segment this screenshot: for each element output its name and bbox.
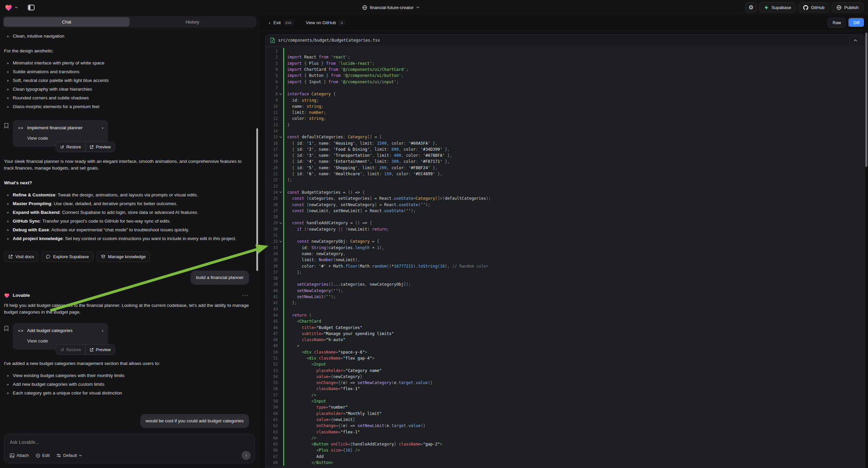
added-bullet-list: View existing budget categories with the… (4, 372, 249, 397)
code-line: 30 if (!newCategory || !newLimit) return… (266, 226, 865, 232)
line-number: 51 (266, 356, 278, 360)
code-gutter: 20 (266, 165, 283, 171)
edit-mode-button[interactable]: Edit (36, 453, 50, 458)
code-line: 14 (266, 128, 865, 134)
code-pane-scrollbar[interactable] (865, 33, 867, 167)
code-line: 12 color: string; (266, 116, 865, 121)
project-switcher[interactable]: financial-future-creator (362, 0, 420, 15)
manage-knowledge-button[interactable]: Manage knowledge (97, 252, 150, 262)
line-number: 57 (266, 393, 278, 398)
code-gutter: 9 (266, 97, 283, 103)
code-line: 50 <div className="space-y-6"> (266, 349, 865, 355)
line-number: 56 (266, 386, 278, 391)
line-number: 34 (266, 252, 278, 256)
file-header[interactable]: src/components/budget/BudgetCategories.t… (266, 35, 865, 46)
send-button[interactable]: ↑ (242, 451, 251, 460)
code-line-text: }; (283, 269, 865, 275)
lovable-logo-icon[interactable] (5, 4, 12, 11)
code-gutter: 53 (266, 367, 283, 373)
code-gutter: 27 (266, 208, 283, 214)
fold-chevron-icon[interactable] (278, 222, 283, 224)
code-line-text: setNewCategory(''); (283, 288, 865, 294)
publish-button[interactable]: Publish (832, 2, 863, 12)
line-number: 38 (266, 276, 278, 281)
message-options-button[interactable]: ··· (243, 292, 249, 299)
preview-button[interactable]: Preview (86, 142, 115, 152)
bookmark-icon[interactable] (4, 120, 9, 128)
code-line: 34 name: newCategory, (266, 251, 865, 257)
code-line: 48 className="h-auto" (266, 337, 865, 343)
publish-globe-icon (836, 5, 841, 10)
code-line-text (283, 128, 865, 134)
raw-toggle-button[interactable]: Raw (828, 18, 845, 28)
code-line: 29 const handleAddCategory = () => { (266, 220, 865, 226)
view-code-link[interactable]: View code (27, 338, 103, 345)
code-line: 45 <ChartCard (266, 318, 865, 324)
code-line: 3import { Plus } from 'lucide-react'; (266, 60, 865, 66)
restore-button-disabled[interactable]: ↺ Restore (56, 345, 85, 354)
attach-button[interactable]: Attach (10, 453, 29, 458)
collapse-file-button[interactable] (849, 36, 861, 45)
view-on-github-button[interactable]: View on GitHub G (306, 20, 345, 26)
code-gutter: 28 (266, 214, 283, 220)
tab-chat[interactable]: Chat (4, 17, 129, 27)
supabase-button[interactable]: Supabase (759, 2, 796, 12)
code-gutter: 47 (266, 331, 283, 337)
restore-button[interactable]: ↺ Restore (56, 142, 85, 152)
code-line-text: const [categories, setCategories] = Reac… (283, 195, 865, 201)
line-number: 6 (266, 80, 278, 84)
code-line: 6import { Input } from '@/components/ui/… (266, 79, 865, 85)
line-number: 65 (266, 442, 278, 446)
fold-chevron-icon[interactable] (278, 191, 283, 194)
composer-placeholder[interactable]: Ask Lovable... (10, 439, 249, 445)
code-gutter: 39 (266, 281, 283, 287)
version-card-implement-financial-planner[interactable]: <> Implement financial planner › View co… (13, 120, 108, 147)
line-number: 50 (266, 350, 278, 354)
code-line: 27 const [newLimit, setNewLimit] = React… (266, 208, 865, 214)
code-line: 57 /> (266, 392, 865, 398)
composer[interactable]: Ask Lovable... Attach Edit (4, 434, 255, 463)
explore-supabase-button[interactable]: Explore Supabase (41, 252, 93, 262)
code-line-text: value={newCategory} (283, 374, 865, 380)
code-line-text: value={newLimit} (283, 417, 865, 423)
code-line: 18 { id: '3', name: 'Transportation', li… (266, 152, 865, 158)
code-gutter: 11 (266, 110, 283, 116)
line-number: 54 (266, 374, 278, 379)
chat-scrollbar[interactable] (256, 128, 258, 271)
restore-preview-pill: ↺ Restore Preview (56, 142, 115, 152)
code-gutter: 41 (266, 294, 283, 300)
mode-selector[interactable]: Default (56, 453, 82, 458)
fold-chevron-icon[interactable] (278, 93, 283, 95)
code-line-text: type="number" (283, 404, 865, 410)
code-line: 47 subtitle="Manage your spending limits… (266, 331, 865, 337)
exit-button[interactable]: ‹ Exit ESC (269, 20, 293, 26)
logo-chevron-down-icon[interactable] (15, 6, 18, 8)
code-gutter: 10 (266, 104, 283, 110)
preview-button[interactable]: Preview (86, 345, 115, 354)
bullet-item: Each category gets a unique color for vi… (4, 390, 249, 397)
code-line: 15const defaultCategories: Category[] = … (266, 134, 865, 140)
code-gutter: 23 (266, 183, 283, 189)
settings-button[interactable]: ⚙ (745, 2, 756, 12)
code-line: 49 > (266, 343, 865, 349)
version-card-add-budget-categories[interactable]: <> Add budget categories › View code ↺ R… (13, 323, 108, 350)
github-button[interactable]: GitHub (799, 2, 829, 12)
code-editor[interactable]: 12import React from 'react';3import { Pl… (266, 46, 865, 468)
sidebar-toggle-icon[interactable] (26, 3, 36, 12)
view-code-link[interactable]: View code (27, 135, 103, 142)
code-line: 4import ChartCard from '@/components/ui/… (266, 66, 865, 72)
bullet-item: View existing budget categories with the… (4, 372, 249, 379)
line-number: 59 (266, 405, 278, 410)
code-line-text: name: newCategory, (283, 251, 865, 257)
line-number: 46 (266, 325, 278, 330)
code-line-text: setNewLimit(''); (283, 294, 865, 300)
visit-docs-button[interactable]: Visit docs (4, 252, 38, 262)
bookmark-icon[interactable] (4, 323, 9, 331)
fold-chevron-icon[interactable] (278, 240, 283, 243)
diff-toggle-button[interactable]: Diff (848, 18, 865, 28)
tab-history[interactable]: History (129, 17, 255, 27)
fold-chevron-icon[interactable] (278, 136, 283, 138)
code-gutter: 66 (266, 447, 283, 453)
code-gutter: 54 (266, 374, 283, 380)
chat-scroll-area[interactable]: Clean, intuitive navigation For the desi… (0, 28, 259, 431)
